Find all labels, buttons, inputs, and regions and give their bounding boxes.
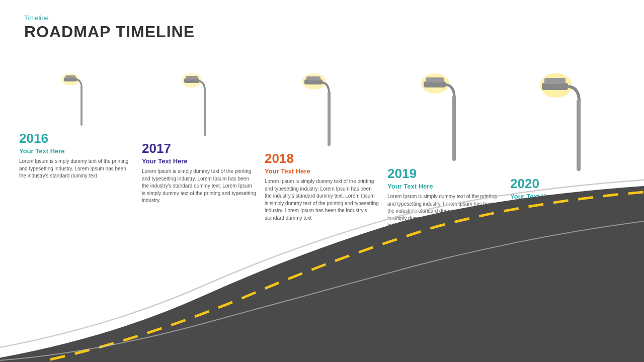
svg-rect-11	[328, 92, 331, 146]
lamp-2018	[302, 70, 342, 146]
svg-rect-10	[306, 76, 320, 80]
svg-rect-2	[65, 75, 75, 78]
svg-rect-17	[542, 83, 568, 90]
svg-rect-7	[204, 88, 206, 136]
text-here-2017: Your Text Here	[142, 157, 257, 165]
lamp-2017	[182, 70, 217, 136]
svg-rect-14	[426, 77, 444, 82]
lamp-2019	[421, 70, 469, 161]
svg-rect-6	[186, 76, 198, 79]
header-subtitle: Timeline	[24, 14, 195, 22]
svg-rect-15	[452, 96, 456, 161]
timeline-item-2016: 2016 Your Text Here Lorem Ipsum is simpl…	[15, 70, 138, 180]
lamp-2016	[61, 70, 92, 126]
svg-rect-18	[544, 78, 566, 84]
lamp-2020	[540, 70, 595, 171]
year-2018: 2018	[265, 151, 379, 166]
road	[0, 171, 644, 362]
text-here-2016: Your Text Here	[19, 147, 134, 155]
header-title: ROADMAP TIMELINE	[24, 23, 195, 41]
year-2016: 2016	[19, 131, 134, 146]
year-2017: 2017	[142, 141, 257, 156]
header: Timeline ROADMAP TIMELINE	[24, 14, 195, 41]
svg-rect-19	[577, 100, 581, 171]
svg-rect-3	[80, 85, 83, 126]
